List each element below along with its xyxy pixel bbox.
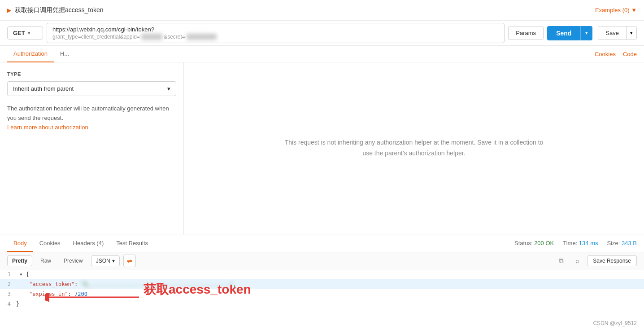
line-content-2: "access_token": "b_.....................…	[16, 279, 644, 289]
type-label: TYPE	[7, 71, 176, 77]
format-type-chevron-icon: ▾	[112, 258, 115, 264]
response-tabs: Body Cookies Headers (4) Test Results	[7, 235, 154, 251]
tab-headers[interactable]: Headers (4)	[67, 235, 110, 252]
save-button-group: Save ▾	[598, 26, 637, 40]
request-tabs-row: Authorization H... Cookies Code	[0, 46, 644, 62]
cookies-link[interactable]: Cookies	[595, 51, 616, 57]
size-label: Size: 343 B	[607, 240, 637, 246]
method-label: GET	[13, 30, 25, 36]
line-num-2: 2	[0, 279, 16, 289]
page-title: 获取接口调用凭据access_token	[15, 6, 104, 14]
line-content-1: ▾ {	[16, 269, 644, 279]
time-value: 134 ms	[579, 240, 598, 246]
code-area: 1 ▾ { 2 "access_token": "b_.............…	[0, 269, 644, 328]
save-response-button[interactable]: Save Response	[587, 255, 637, 266]
save-button[interactable]: Save	[598, 26, 626, 40]
code-link[interactable]: Code	[623, 51, 637, 57]
learn-more-link[interactable]: Learn more about authorization	[7, 124, 88, 131]
secret-redact	[187, 34, 217, 40]
format-type-select[interactable]: JSON ▾	[91, 255, 120, 266]
send-button[interactable]: Send	[547, 26, 580, 40]
tab-authorization[interactable]: Authorization	[7, 46, 54, 62]
expand-icon[interactable]: ▶	[7, 7, 11, 13]
code-line-4: 4 }	[0, 299, 644, 309]
status-value: 200 OK	[534, 240, 554, 246]
pretty-button[interactable]: Pretty	[7, 255, 32, 266]
response-tabs-row: Body Cookies Headers (4) Test Results St…	[0, 234, 644, 252]
tab-headers[interactable]: H...	[54, 46, 75, 62]
watermark: CSDN @zyl_9512	[593, 320, 637, 326]
format-type-label: JSON	[96, 258, 110, 264]
format-bar-right: ⧉ ⌕ Save Response	[555, 255, 637, 267]
copy-icon[interactable]: ⧉	[555, 255, 567, 267]
main-content: TYPE Inherit auth from parent ▾ The auth…	[0, 62, 644, 234]
response-area: Body Cookies Headers (4) Test Results St…	[0, 234, 644, 328]
appid-redact	[141, 34, 162, 40]
line-content-3: "expires_in": 7200	[16, 289, 644, 299]
time-label: Time: 134 ms	[563, 240, 598, 246]
tab-test-results[interactable]: Test Results	[110, 235, 154, 252]
auth-right-panel: This request is not inheriting any autho…	[184, 62, 644, 234]
request-tabs: Authorization H...	[7, 46, 75, 62]
wrap-button[interactable]: ⇌	[123, 255, 136, 267]
url-input[interactable]: https://api.weixin.qq.com/cgi-bin/token?…	[47, 23, 505, 44]
format-bar: Pretty Raw Preview JSON ▾ ⇌ ⧉ ⌕ Save Res…	[0, 252, 644, 269]
send-button-group: Send ▾	[547, 26, 592, 40]
type-chevron-icon: ▾	[167, 85, 170, 92]
examples-button[interactable]: Examples (0) ▼	[595, 7, 637, 13]
auth-info-text: This request is not inheriting any autho…	[279, 137, 548, 159]
method-chevron-icon: ▾	[28, 31, 30, 35]
raw-button[interactable]: Raw	[36, 256, 56, 266]
line-num-1: 1	[0, 269, 16, 279]
method-select[interactable]: GET ▾	[7, 26, 43, 40]
tab-body[interactable]: Body	[7, 235, 33, 252]
line-num-3: 3	[0, 289, 16, 299]
response-status-bar: Status: 200 OK Time: 134 ms Size: 343 B	[514, 240, 637, 246]
code-line-2: 2 "access_token": "b_...................…	[0, 279, 644, 289]
send-chevron-icon[interactable]: ▾	[580, 26, 592, 40]
tab-cookies[interactable]: Cookies	[33, 235, 67, 252]
params-button[interactable]: Params	[508, 26, 544, 40]
url-line2: grant_type=client_credential&appid= &sec…	[52, 34, 499, 40]
status-label: Status: 200 OK	[514, 240, 554, 246]
line-num-4: 4	[0, 299, 16, 309]
code-line-3: 3 "expires_in": 7200	[0, 289, 644, 299]
save-chevron-icon[interactable]: ▾	[626, 26, 636, 40]
search-icon[interactable]: ⌕	[571, 255, 583, 267]
type-select[interactable]: Inherit auth from parent ▾	[7, 81, 176, 96]
request-tabs-right: Cookies Code	[595, 51, 637, 57]
line-content-4: }	[16, 299, 644, 309]
url-bar: GET ▾ https://api.weixin.qq.com/cgi-bin/…	[0, 21, 644, 46]
top-bar-left: ▶ 获取接口调用凭据access_token	[7, 6, 104, 14]
auth-description: The authorization header will be automat…	[7, 104, 176, 132]
url-line1: https://api.weixin.qq.com/cgi-bin/token?	[52, 26, 499, 33]
top-bar: ▶ 获取接口调用凭据access_token Examples (0) ▼	[0, 0, 644, 21]
size-value: 343 B	[622, 240, 637, 246]
preview-button[interactable]: Preview	[59, 256, 87, 266]
code-line-1: 1 ▾ {	[0, 269, 644, 279]
auth-left-panel: TYPE Inherit auth from parent ▾ The auth…	[0, 62, 184, 234]
